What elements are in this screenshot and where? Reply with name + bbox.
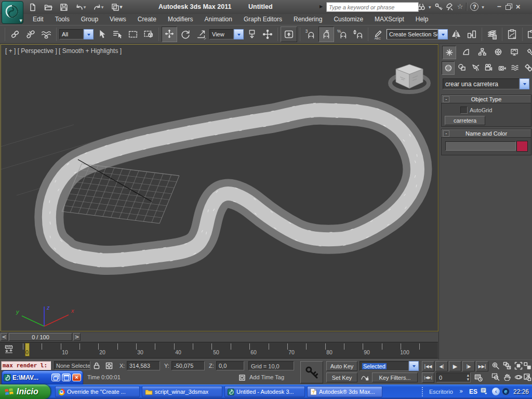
search-binoculars-icon[interactable]: [417, 3, 425, 11]
time-slider-next-button[interactable]: >: [73, 333, 81, 341]
percent-snap-toggle-button[interactable]: %: [335, 27, 350, 42]
orbit-view-button[interactable]: [513, 372, 524, 382]
subscription-key-icon[interactable]: [434, 3, 443, 11]
dropdown-arrow-icon[interactable]: [520, 78, 529, 89]
hide-tray-icons-chevron[interactable]: ‹: [492, 388, 500, 395]
language-indicator[interactable]: ES: [469, 388, 477, 395]
use-pivot-point-center-button[interactable]: [245, 27, 259, 42]
align-button[interactable]: [464, 27, 479, 42]
unlink-selection-button[interactable]: [23, 27, 38, 42]
dropdown-arrow-icon[interactable]: [84, 29, 94, 39]
dropdown-arrow-icon[interactable]: [234, 29, 244, 39]
restore-button[interactable]: [506, 4, 512, 9]
object-type-rollout-header[interactable]: - Object Type: [442, 95, 531, 103]
bind-to-space-warp-button[interactable]: [39, 27, 54, 42]
carretera-button[interactable]: carretera: [445, 116, 485, 125]
menu-help[interactable]: Help: [410, 14, 434, 25]
layer-manager-button[interactable]: [485, 27, 499, 42]
spinner-snap-toggle-button[interactable]: [351, 27, 365, 42]
communication-center-icon[interactable]: [446, 3, 454, 11]
render-setup-button[interactable]: [525, 27, 532, 42]
tab-modify[interactable]: [459, 46, 472, 58]
quick-launch-desktop-label[interactable]: Escritorio: [429, 389, 453, 395]
zoom-extents-all-button[interactable]: [523, 361, 532, 371]
dropdown-arrow-icon[interactable]: [409, 361, 419, 371]
taskbar-task-chrome[interactable]: Override the "Create ...: [55, 386, 140, 397]
start-button[interactable]: Inicio: [0, 384, 50, 399]
time-slider-handle[interactable]: 0 / 100: [9, 333, 72, 341]
select-object-button[interactable]: [95, 27, 109, 42]
taskbar-task-3dsmax[interactable]: Untitled - Autodesk 3...: [224, 386, 305, 397]
redo-button[interactable]: ▼: [91, 2, 105, 13]
window-close-button[interactable]: ×: [72, 374, 81, 381]
collapse-icon[interactable]: -: [443, 96, 449, 102]
menu-group[interactable]: Group: [75, 14, 104, 25]
select-and-manipulate-button[interactable]: [260, 27, 275, 42]
object-category-dropdown[interactable]: crear una carretera: [443, 78, 529, 89]
name-color-rollout-header[interactable]: - Name and Color: [442, 129, 531, 138]
named-selection-set-dropdown[interactable]: Create Selection Se: [387, 29, 448, 39]
menu-create[interactable]: Create: [132, 14, 162, 25]
key-selection-dropdown[interactable]: Selected: [360, 361, 419, 371]
pan-view-button[interactable]: [502, 372, 512, 382]
curve-editor-button[interactable]: [505, 27, 520, 42]
select-and-rotate-button[interactable]: [178, 27, 193, 42]
x-coordinate-field[interactable]: 314,583: [127, 361, 160, 370]
window-restore-button[interactable]: [51, 374, 60, 381]
favorites-star-icon[interactable]: ☆: [457, 3, 463, 11]
menu-graph-editors[interactable]: Graph Editors: [238, 14, 288, 25]
menu-views[interactable]: Views: [104, 14, 132, 25]
new-scene-button[interactable]: [27, 2, 38, 13]
select-by-name-button[interactable]: [110, 27, 125, 42]
save-file-button[interactable]: [58, 2, 70, 13]
category-systems[interactable]: [522, 61, 532, 74]
rectangular-selection-region-button[interactable]: [126, 27, 140, 42]
menu-customize[interactable]: Customize: [328, 14, 369, 25]
tab-hierarchy[interactable]: [475, 46, 488, 58]
zoom-all-button[interactable]: [502, 361, 512, 371]
select-and-link-button[interactable]: [8, 27, 22, 42]
category-lights[interactable]: [469, 61, 481, 74]
undo-button[interactable]: ▼: [74, 2, 87, 13]
tray-emule-icon[interactable]: e: [502, 388, 510, 395]
mini-curve-editor-button[interactable]: [4, 345, 14, 354]
category-cameras[interactable]: [483, 61, 495, 74]
viewport-label[interactable]: [ + ] [ Perspective ] [ Smooth + Highlig…: [5, 47, 122, 55]
play-animation-button[interactable]: ▶: [449, 361, 461, 371]
autogrid-checkbox[interactable]: [460, 107, 468, 114]
tab-display[interactable]: [508, 46, 521, 58]
isolate-selection-toggle[interactable]: [238, 374, 246, 383]
tab-utilities[interactable]: [524, 46, 532, 58]
maxscript-mini-listener[interactable]: max render l:: [1, 361, 51, 370]
auto-key-button[interactable]: Auto Key: [326, 361, 357, 371]
floating-window-titlebar[interactable]: E:\MAV... ×: [2, 370, 83, 384]
category-helpers[interactable]: [496, 61, 508, 74]
go-to-end-button[interactable]: ▶▶|: [476, 361, 488, 371]
tab-create[interactable]: [442, 46, 456, 59]
viewcube[interactable]: [385, 60, 433, 98]
perspective-viewport[interactable]: z y x [ + ] [ Perspective ] [ Smooth + H…: [1, 44, 438, 331]
object-color-swatch[interactable]: [516, 141, 528, 152]
menu-maxscript[interactable]: MAXScript: [369, 14, 410, 25]
infocenter-expand-icon[interactable]: ▶: [320, 4, 323, 9]
select-and-move-button[interactable]: [162, 26, 177, 42]
y-coordinate-field[interactable]: -50,075: [171, 361, 205, 370]
zoom-extents-button[interactable]: [513, 361, 524, 371]
search-flyout-arrow-icon[interactable]: ▼: [429, 5, 431, 9]
window-maximize-button[interactable]: [62, 374, 71, 381]
category-shapes[interactable]: [456, 61, 468, 74]
previous-frame-button[interactable]: ◀|: [435, 361, 448, 371]
keyboard-shortcut-override-toggle[interactable]: [281, 26, 297, 42]
maximize-viewport-toggle[interactable]: [523, 372, 532, 382]
z-coordinate-field[interactable]: 0,0: [216, 361, 244, 370]
menu-tools[interactable]: Tools: [49, 14, 75, 25]
time-slider-prev-button[interactable]: <: [1, 333, 8, 341]
help-flyout-arrow-icon[interactable]: ▼: [482, 5, 484, 9]
mirror-button[interactable]: [449, 27, 463, 42]
frame-spinner-up-icon[interactable]: ▲: [467, 373, 469, 377]
track-bar[interactable]: 0 10 20 30 40 50 60 70 80 90 100: [0, 342, 438, 358]
angle-snap-toggle-button[interactable]: [318, 26, 334, 42]
snaps-toggle-3d-button[interactable]: 3: [303, 27, 317, 42]
category-space-warps[interactable]: [509, 61, 521, 74]
close-button[interactable]: ×: [516, 2, 521, 11]
